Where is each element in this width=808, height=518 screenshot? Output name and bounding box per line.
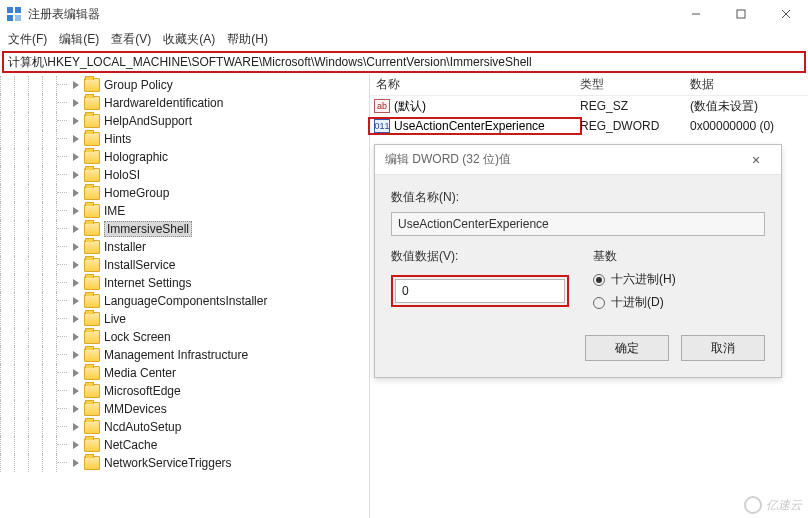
addressbar-row: 计算机\HKEY_LOCAL_MACHINE\SOFTWARE\Microsof… (0, 50, 808, 74)
radix-dec[interactable]: 十进制(D) (593, 294, 676, 311)
svg-marker-23 (73, 351, 79, 359)
svg-marker-24 (73, 369, 79, 377)
chevron-right-icon[interactable] (70, 295, 82, 307)
chevron-right-icon[interactable] (70, 97, 82, 109)
header-name[interactable]: 名称 (370, 76, 580, 93)
tree-node[interactable]: Group Policy (0, 76, 369, 94)
menu-file[interactable]: 文件(F) (8, 31, 47, 48)
folder-icon (84, 240, 100, 254)
tree-node[interactable]: Lock Screen (0, 328, 369, 346)
chevron-right-icon[interactable] (70, 403, 82, 415)
value-data-input[interactable] (395, 279, 565, 303)
tree-node[interactable]: Media Center (0, 364, 369, 382)
tree-node-label: HoloSI (104, 168, 140, 182)
menu-help[interactable]: 帮助(H) (227, 31, 268, 48)
folder-icon (84, 78, 100, 92)
menu-favorites[interactable]: 收藏夹(A) (163, 31, 215, 48)
header-data[interactable]: 数据 (690, 76, 808, 93)
address-input[interactable]: 计算机\HKEY_LOCAL_MACHINE\SOFTWARE\Microsof… (2, 51, 806, 73)
tree-node[interactable]: InstallService (0, 256, 369, 274)
chevron-right-icon[interactable] (70, 421, 82, 433)
folder-icon (84, 168, 100, 182)
tree-node[interactable]: NetworkServiceTriggers (0, 454, 369, 472)
tree-panel[interactable]: Group PolicyHardwareIdentificationHelpAn… (0, 74, 370, 518)
cloud-icon (744, 496, 762, 514)
tree-node[interactable]: NcdAutoSetup (0, 418, 369, 436)
chevron-right-icon[interactable] (70, 169, 82, 181)
tree-node[interactable]: HomeGroup (0, 184, 369, 202)
tree-node-label: HomeGroup (104, 186, 169, 200)
tree-node[interactable]: Hints (0, 130, 369, 148)
tree-node[interactable]: HardwareIdentification (0, 94, 369, 112)
tree-node-label: NetworkServiceTriggers (104, 456, 232, 470)
close-button[interactable] (763, 0, 808, 28)
chevron-right-icon[interactable] (70, 313, 82, 325)
tree-node[interactable]: Management Infrastructure (0, 346, 369, 364)
value-type-icon: ab (374, 99, 390, 113)
menu-view[interactable]: 查看(V) (111, 31, 151, 48)
value-name-label: 数值名称(N): (391, 189, 765, 206)
dialog-close-button[interactable]: × (741, 152, 771, 168)
menu-edit[interactable]: 编辑(E) (59, 31, 99, 48)
ok-button[interactable]: 确定 (585, 335, 669, 361)
cancel-button[interactable]: 取消 (681, 335, 765, 361)
value-name: (默认) (394, 98, 426, 115)
tree-node[interactable]: IME (0, 202, 369, 220)
chevron-right-icon[interactable] (70, 331, 82, 343)
radio-icon (593, 274, 605, 286)
tree-node[interactable]: LanguageComponentsInstaller (0, 292, 369, 310)
value-name-field: UseActionCenterExperience (391, 212, 765, 236)
tree-node-label: HelpAndSupport (104, 114, 192, 128)
chevron-right-icon[interactable] (70, 385, 82, 397)
maximize-button[interactable] (718, 0, 763, 28)
folder-icon (84, 312, 100, 326)
value-row[interactable]: 011UseActionCenterExperienceREG_DWORD0x0… (370, 116, 808, 136)
dialog-title: 编辑 DWORD (32 位)值 (385, 151, 741, 168)
chevron-right-icon[interactable] (70, 241, 82, 253)
tree-node-label: Group Policy (104, 78, 173, 92)
content-area: Group PolicyHardwareIdentificationHelpAn… (0, 74, 808, 518)
radio-icon (593, 297, 605, 309)
folder-icon (84, 366, 100, 380)
tree-node[interactable]: Holographic (0, 148, 369, 166)
tree-node[interactable]: ImmersiveShell (0, 220, 369, 238)
chevron-right-icon[interactable] (70, 133, 82, 145)
tree-node[interactable]: Live (0, 310, 369, 328)
chevron-right-icon[interactable] (70, 277, 82, 289)
tree-node[interactable]: MicrosoftEdge (0, 382, 369, 400)
value-row[interactable]: ab(默认)REG_SZ(数值未设置) (370, 96, 808, 116)
chevron-right-icon[interactable] (70, 205, 82, 217)
tree-node-label: Lock Screen (104, 330, 171, 344)
tree-node[interactable]: HelpAndSupport (0, 112, 369, 130)
svg-marker-25 (73, 387, 79, 395)
header-type[interactable]: 类型 (580, 76, 690, 93)
chevron-right-icon[interactable] (70, 259, 82, 271)
folder-icon (84, 276, 100, 290)
svg-marker-19 (73, 279, 79, 287)
chevron-right-icon[interactable] (70, 151, 82, 163)
tree-node[interactable]: Internet Settings (0, 274, 369, 292)
tree-node[interactable]: NetCache (0, 436, 369, 454)
radix-hex[interactable]: 十六进制(H) (593, 271, 676, 288)
svg-marker-29 (73, 459, 79, 467)
tree-node[interactable]: MMDevices (0, 400, 369, 418)
chevron-right-icon[interactable] (70, 439, 82, 451)
chevron-right-icon[interactable] (70, 457, 82, 469)
chevron-right-icon[interactable] (70, 223, 82, 235)
chevron-right-icon[interactable] (70, 349, 82, 361)
menubar: 文件(F) 编辑(E) 查看(V) 收藏夹(A) 帮助(H) (0, 28, 808, 50)
folder-icon (84, 294, 100, 308)
chevron-right-icon[interactable] (70, 187, 82, 199)
chevron-right-icon[interactable] (70, 115, 82, 127)
tree-node-label: Installer (104, 240, 146, 254)
tree-node-label: NcdAutoSetup (104, 420, 181, 434)
titlebar: 注册表编辑器 (0, 0, 808, 28)
minimize-button[interactable] (673, 0, 718, 28)
chevron-right-icon[interactable] (70, 79, 82, 91)
folder-icon (84, 402, 100, 416)
tree-node[interactable]: Installer (0, 238, 369, 256)
chevron-right-icon[interactable] (70, 367, 82, 379)
tree-node[interactable]: HoloSI (0, 166, 369, 184)
folder-icon (84, 384, 100, 398)
folder-icon (84, 222, 100, 236)
